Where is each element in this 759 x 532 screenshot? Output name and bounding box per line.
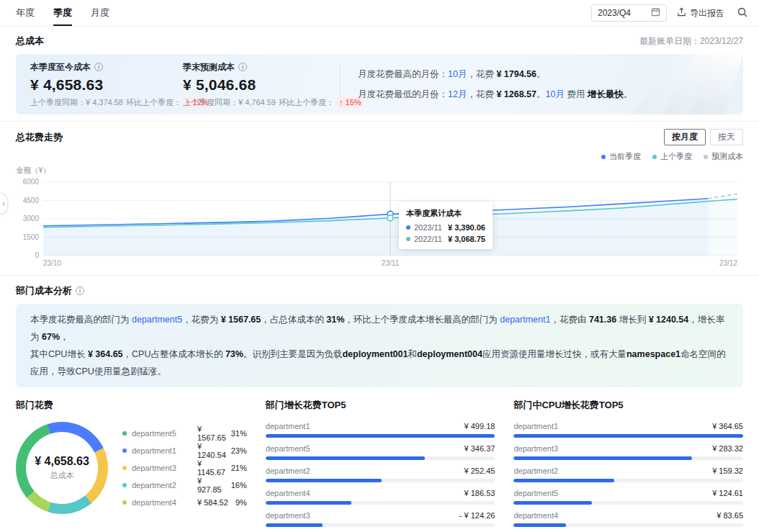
dept-summary-line-2: 其中CPU增长 ¥ 364.65，CPU占整体成本增长的 73%。识别到主要是因…	[30, 346, 729, 380]
bar-dept-name: department2	[266, 466, 310, 475]
trend-chart-svg[interactable]: 0150030004500600023/1023/1123/12	[16, 175, 743, 269]
bar-row[interactable]: department5 ¥ 346.37	[266, 444, 495, 460]
info-icon[interactable]	[94, 63, 103, 71]
bar-row[interactable]: department1 ¥ 364.65	[513, 422, 743, 438]
donut-legend-row[interactable]: department1 ¥ 1240.54 23%	[122, 442, 247, 459]
donut-legend-row[interactable]: department4 ¥ 584.52 9%	[122, 494, 247, 511]
trend-chart[interactable]: 金额（¥） 0150030004500600023/1023/1123/12 本…	[16, 175, 743, 271]
total-cost-panel: 本季度至今成本 ¥ 4,658.63 上个季度同期：¥ 4,374.58 环比上…	[16, 54, 743, 114]
kpi-prev-period: 上个季度同期：¥ 4,764.59	[183, 97, 276, 108]
donut-legend: department5 ¥ 1567.65 31% department1 ¥ …	[122, 425, 247, 511]
dept-percent: 9%	[235, 498, 247, 507]
dept-name: department5	[132, 429, 192, 438]
bar-value: - ¥ 124.26	[459, 511, 495, 520]
period-tab[interactable]: 月度	[91, 0, 109, 26]
dept-name: department2	[132, 481, 192, 490]
quarter-picker-value: 2023/Q4	[598, 8, 631, 18]
kpi-value: ¥ 4,658.63	[30, 76, 183, 94]
dept-percent: 21%	[231, 464, 247, 472]
bar-fill	[266, 523, 323, 527]
period-tab[interactable]: 年度	[16, 0, 35, 26]
donut-legend-row[interactable]: department5 ¥ 1567.65 31%	[122, 425, 247, 442]
svg-text:0: 0	[35, 251, 39, 259]
bar-value: ¥ 346.37	[464, 444, 495, 453]
trend-section: 总花费走势 按月度 按天 当前季度 上个季度 预测成本	[0, 121, 759, 275]
growth-top5-title: 部门增长花费TOP5	[266, 399, 495, 412]
dept-percent: 31%	[231, 429, 247, 438]
kpi-card: 本季度至今成本 ¥ 4,658.63 上个季度同期：¥ 4,374.58 环比上…	[30, 61, 183, 108]
svg-text:23/10: 23/10	[43, 259, 61, 267]
bar-track	[513, 501, 743, 505]
total-cost-title: 总成本	[16, 35, 44, 48]
info-icon[interactable]	[76, 287, 84, 295]
decorative-graphic	[614, 54, 743, 114]
bar-fill	[513, 501, 592, 505]
export-icon	[677, 7, 686, 19]
dept-spend-card: 部门花费 ¥ 4,658.63 总成本 department5 ¥	[16, 399, 247, 532]
dept-name: department1	[132, 446, 192, 455]
bar-track	[513, 434, 743, 438]
period-tab[interactable]: 季度	[53, 0, 72, 26]
tooltip-title: 本季度累计成本	[406, 208, 485, 219]
bar-row[interactable]: department5 ¥ 124.61	[513, 489, 743, 505]
insight-line-2: 月度花费最低的月份：12月，花费 ¥ 1268.57。10月 费用 增长最快。	[358, 84, 632, 104]
insight-line-1: 月度花费最高的月份：10月，花费 ¥ 1794.56。	[358, 64, 632, 84]
svg-text:1500: 1500	[23, 233, 40, 241]
export-report-button[interactable]: 导出报告	[677, 7, 724, 19]
bar-row[interactable]: department1 ¥ 499.18	[266, 422, 495, 438]
dept-name: department4	[132, 498, 192, 507]
bar-fill	[513, 479, 614, 482]
bar-row[interactable]: department4 ¥ 186.53	[266, 489, 495, 505]
legend-item[interactable]: 上个季度	[652, 151, 692, 162]
dept-donut-chart[interactable]: ¥ 4,658.63 总成本	[16, 422, 108, 514]
dept-value: ¥ 927.85	[197, 477, 226, 494]
trend-legend: 当前季度 上个季度 预测成本	[16, 151, 743, 162]
kpi-label: 季末预测成本	[183, 61, 235, 73]
legend-dot-icon	[652, 155, 657, 159]
kpi-cards: 本季度至今成本 ¥ 4,658.63 上个季度同期：¥ 4,374.58 环比上…	[30, 61, 336, 108]
bar-row[interactable]: department3 ¥ 283.32	[513, 444, 743, 460]
bar-row[interactable]: department2 ¥ 252.45	[266, 466, 495, 482]
donut-center-value: ¥ 4,658.63	[35, 455, 89, 468]
bar-fill	[513, 523, 566, 527]
bar-fill	[266, 501, 351, 505]
legend-dot-icon	[601, 155, 606, 159]
bar-dept-name: department2	[513, 466, 558, 475]
monthly-insights: 月度花费最高的月份：10月，花费 ¥ 1794.56。 月度花费最低的月份：12…	[358, 64, 632, 104]
global-search-button[interactable]	[735, 5, 750, 21]
granularity-button[interactable]: 按天	[710, 129, 743, 145]
dept-percent: 16%	[231, 481, 247, 490]
bar-value: ¥ 364.65	[712, 422, 743, 430]
kpi-card: 季末预测成本 ¥ 5,046.68 上个季度同期：¥ 4,764.59 环比上个…	[183, 61, 336, 108]
total-cost-section: 总成本 最新账单日期：2023/12/27 本季度至今成本 ¥ 4,658.63…	[0, 27, 759, 121]
donut-legend-row[interactable]: department3 ¥ 1145.67 21%	[122, 459, 247, 477]
info-icon[interactable]	[238, 63, 247, 71]
search-icon	[737, 7, 747, 19]
dept-percent: 23%	[231, 446, 247, 455]
donut-legend-row[interactable]: department2 ¥ 927.85 16%	[122, 477, 247, 494]
bar-row[interactable]: department2 ¥ 159.32	[513, 466, 743, 482]
bar-track	[513, 479, 743, 482]
cpu-top5-title: 部门中CPU增长花费TOP5	[513, 399, 743, 412]
bar-track	[266, 501, 495, 505]
bar-row[interactable]: department3 - ¥ 124.26	[266, 511, 495, 527]
series-dot-icon	[406, 237, 410, 241]
legend-dot-icon	[704, 155, 708, 159]
legend-item[interactable]: 预测成本	[704, 151, 743, 162]
bar-track	[513, 456, 743, 460]
bar-track	[266, 434, 495, 438]
dept-name: department3	[132, 464, 192, 472]
quarter-picker[interactable]: 2023/Q4	[591, 4, 667, 22]
dept-analysis-section: 部门成本分析 本季度花费最高的部门为 department5，花费为 ¥ 156…	[0, 275, 759, 532]
dept-analysis-title: 部门成本分析	[16, 284, 72, 297]
legend-dot-icon	[122, 500, 127, 505]
bar-value: ¥ 124.61	[712, 489, 743, 497]
legend-dot-icon	[122, 448, 127, 453]
tooltip-row-label: 2022/11	[414, 235, 442, 243]
tooltip-row-value: ¥ 3,068.75	[448, 235, 485, 243]
growth-top5-bars: department1 ¥ 499.18 department5 ¥ 346.3…	[266, 422, 495, 527]
granularity-button[interactable]: 按月度	[664, 129, 706, 145]
bar-row[interactable]: department4 ¥ 83.65	[513, 511, 743, 527]
legend-item[interactable]: 当前季度	[601, 151, 641, 162]
chevron-left-icon	[2, 201, 6, 207]
